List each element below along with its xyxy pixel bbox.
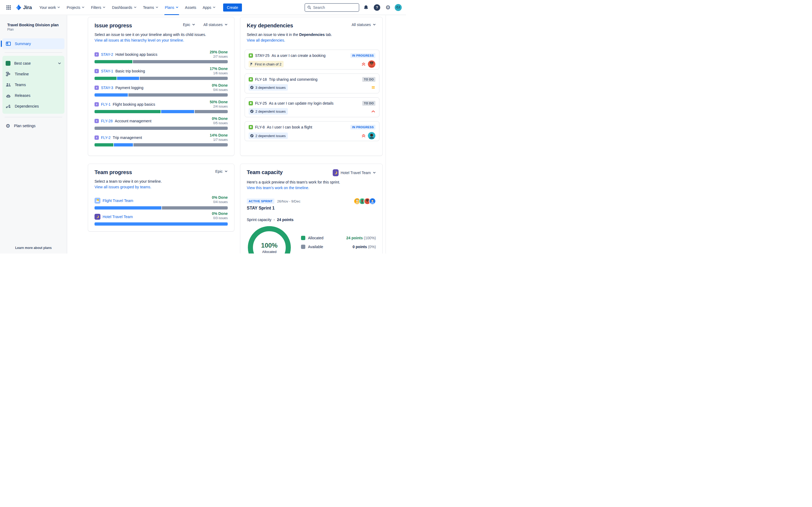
- sidebar-item-releases[interactable]: Releases: [2, 90, 64, 101]
- priority-highest-icon: [361, 133, 366, 138]
- issue-row-stay-2[interactable]: STAY-2 Hotel booking app basics 29% Done…: [95, 52, 228, 63]
- blocked-icon: [250, 134, 254, 137]
- hierarchy-filter-dropdown[interactable]: Epic: [183, 22, 195, 27]
- percent-done: 0% Done: [212, 211, 228, 216]
- nav-item-filters[interactable]: Filters: [88, 0, 109, 15]
- issues-count: 2/4 issues: [210, 105, 228, 108]
- nav-item-plans[interactable]: Plans: [162, 0, 182, 15]
- issue-title: Flight booking app basics: [113, 102, 155, 107]
- jira-logo[interactable]: Jira: [15, 4, 32, 11]
- nav-item-teams[interactable]: Teams: [140, 0, 162, 15]
- ship-icon: [6, 93, 11, 98]
- sidebar-item-label: Timeline: [15, 72, 29, 76]
- sidebar-item-label: Dependencies: [15, 104, 39, 108]
- issue-progress-card: Issue progress Epic All statuses Select …: [88, 17, 235, 156]
- dependency-card-fly-18[interactable]: FLY-18 Trip sharing and commenting TO DO…: [245, 73, 379, 93]
- issues-count: 0/4 issues: [212, 200, 228, 204]
- scenario-selector[interactable]: Best case: [2, 58, 64, 69]
- team-selector-dropdown[interactable]: Hotel Travel Team: [333, 169, 376, 176]
- status-badge: TO DO: [362, 101, 375, 106]
- search-input[interactable]: [313, 5, 357, 10]
- user-avatar[interactable]: CJ: [395, 4, 402, 11]
- legend-row-available: Available 0 points (0%): [301, 245, 376, 249]
- learn-more-link[interactable]: Learn more about plans: [0, 246, 67, 250]
- dependency-card-stay-25[interactable]: STAY-25 As a user I can create a booking…: [245, 50, 379, 69]
- todo-segment: [195, 110, 228, 113]
- epic-icon: [95, 86, 99, 90]
- view-team-work-link[interactable]: View this team's work on the timeline.: [247, 185, 309, 191]
- team-row-flight[interactable]: Flight Travel Team 0% Done 0/4 issues: [95, 198, 228, 210]
- issue-title: Payment logging: [115, 86, 143, 90]
- team-name-link[interactable]: Hotel Travel Team: [103, 215, 133, 219]
- team-capacity-description: Here's a quick preview of this team's wo…: [247, 179, 376, 185]
- sidebar-item-plan-settings[interactable]: ⚙ Plan settings: [2, 120, 64, 131]
- notifications-button[interactable]: [362, 3, 370, 12]
- scenario-label: Best case: [14, 61, 54, 65]
- status-filter-dropdown[interactable]: All statuses: [203, 22, 228, 27]
- scroll-edge: [386, 15, 386, 253]
- nav-item-apps[interactable]: Apps: [200, 0, 219, 15]
- flight-team-icon: [95, 198, 100, 204]
- issue-title: Basic trip booking: [115, 69, 145, 73]
- issue-row-stay-3[interactable]: STAY-3 Payment logging 0% Done 0/4 issue…: [95, 86, 228, 97]
- percent-done: 14% Done: [210, 133, 228, 137]
- dependency-card-fly-8[interactable]: FLY-8 As I user I can book a flight IN P…: [245, 121, 379, 141]
- grid-icon: [6, 5, 11, 10]
- view-all-issues-link[interactable]: View all issues at this hierarchy level …: [95, 38, 184, 43]
- assignee-avatar: [368, 132, 375, 139]
- help-button[interactable]: ?: [373, 3, 381, 12]
- sidebar-item-teams[interactable]: Teams: [2, 79, 64, 90]
- sprint-name: STAY Sprint 1: [247, 206, 275, 211]
- epic-icon: [95, 52, 99, 57]
- legend-label: Allocated: [308, 236, 323, 240]
- issue-key-link[interactable]: FLY-28: [101, 119, 113, 123]
- status-filter-dropdown[interactable]: All statuses: [352, 22, 376, 27]
- settings-button[interactable]: ⚙: [384, 3, 392, 12]
- sprint-capacity-value: 24 points: [277, 218, 294, 222]
- chevron-down-icon: [224, 23, 228, 26]
- issue-key-link[interactable]: STAY-3: [101, 86, 113, 90]
- nav-item-dashboards[interactable]: Dashboards: [109, 0, 140, 15]
- progress-bar: [95, 93, 228, 97]
- epic-icon: [95, 119, 99, 123]
- epic-icon: [95, 102, 99, 107]
- view-issues-by-teams-link[interactable]: View all issues grouped by teams.: [95, 184, 151, 190]
- issue-row-fly-1[interactable]: FLY-1 Flight booking app basics 50% Done…: [95, 102, 228, 113]
- team-row-hotel[interactable]: Hotel Travel Team 0% Done 0/3 issues: [95, 214, 228, 226]
- nav-item-your-work[interactable]: Your work: [36, 0, 64, 15]
- issue-key-link[interactable]: FLY-2: [101, 135, 111, 140]
- team-name-link[interactable]: Flight Travel Team: [103, 199, 133, 203]
- nav-item-assets[interactable]: Assets: [182, 0, 200, 15]
- team-progress-title: Team progress: [95, 169, 132, 175]
- sidebar-item-timeline[interactable]: Timeline: [2, 69, 64, 79]
- epic-icon: [95, 69, 99, 73]
- view-all-dependencies-link[interactable]: View all dependencies.: [247, 38, 285, 43]
- issue-key-link[interactable]: FLY-1: [101, 102, 111, 107]
- hotel-team-icon: [333, 169, 339, 176]
- create-button[interactable]: Create: [223, 3, 242, 11]
- todo-segment: [140, 77, 228, 80]
- chevron-down-icon: [58, 62, 61, 65]
- search-box[interactable]: [305, 3, 359, 12]
- dependency-card-fly-25[interactable]: FLY-25 As a user I can update my login d…: [245, 97, 379, 117]
- issue-row-fly-28[interactable]: FLY-28 Account management 0% Done 0/5 is…: [95, 119, 228, 130]
- percent-done: 50% Done: [210, 100, 228, 104]
- issue-row-fly-2[interactable]: FLY-2 Trip management 14% Done 1/7 issue…: [95, 135, 228, 147]
- percent-done: 0% Done: [212, 195, 228, 200]
- nav-item-projects[interactable]: Projects: [63, 0, 88, 15]
- in-progress-segment: [114, 143, 133, 147]
- percent-done: 29% Done: [210, 50, 228, 54]
- issue-title: As I user I can book a flight: [267, 125, 348, 129]
- issues-count: 0/5 issues: [212, 121, 228, 125]
- sidebar-item-summary[interactable]: Summary: [2, 38, 64, 49]
- issue-row-stay-1[interactable]: STAY-1 Basic trip booking 17% Done 1/6 i…: [95, 69, 228, 80]
- hierarchy-filter-dropdown[interactable]: Epic: [215, 169, 228, 174]
- issue-key-link[interactable]: STAY-1: [101, 69, 113, 73]
- issue-key-link[interactable]: STAY-2: [101, 52, 113, 57]
- legend-value: 24 points: [346, 236, 363, 240]
- allocation-donut-chart: 100% Allocated: [248, 226, 291, 253]
- todo-segment: [134, 143, 228, 147]
- app-switcher-button[interactable]: [4, 3, 13, 12]
- sidebar-item-dependencies[interactable]: Dependencies: [2, 101, 64, 112]
- status-badge: IN PROGRESS: [350, 53, 375, 58]
